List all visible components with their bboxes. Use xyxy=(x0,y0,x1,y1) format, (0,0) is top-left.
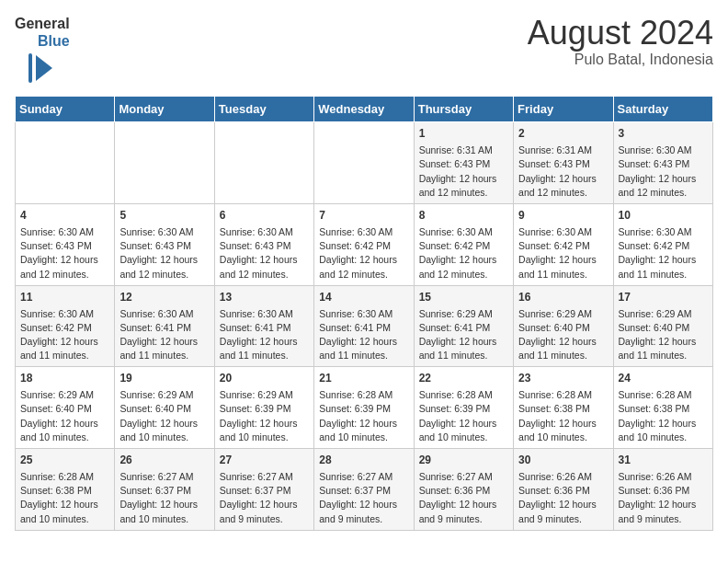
calendar-cell: 18Sunrise: 6:29 AM Sunset: 6:40 PM Dayli… xyxy=(16,367,115,449)
day-number: 17 xyxy=(619,290,708,305)
calendar-cell: 9Sunrise: 6:30 AM Sunset: 6:42 PM Daylig… xyxy=(514,204,613,286)
calendar-cell: 25Sunrise: 6:28 AM Sunset: 6:38 PM Dayli… xyxy=(16,449,115,531)
day-details: Sunrise: 6:31 AM Sunset: 6:43 PM Dayligh… xyxy=(518,144,608,200)
day-number: 16 xyxy=(518,290,608,305)
calendar-day-header: Thursday xyxy=(414,97,513,122)
day-details: Sunrise: 6:30 AM Sunset: 6:43 PM Dayligh… xyxy=(119,225,209,282)
day-number: 26 xyxy=(119,453,209,468)
day-number: 5 xyxy=(119,208,209,224)
day-details: Sunrise: 6:28 AM Sunset: 6:39 PM Dayligh… xyxy=(319,388,408,444)
calendar-cell: 22Sunrise: 6:28 AM Sunset: 6:39 PM Dayli… xyxy=(414,367,513,449)
calendar-week-row: 1Sunrise: 6:31 AM Sunset: 6:43 PM Daylig… xyxy=(16,122,713,204)
day-number: 4 xyxy=(20,208,109,224)
day-details: Sunrise: 6:30 AM Sunset: 6:42 PM Dayligh… xyxy=(20,307,109,363)
day-number: 19 xyxy=(119,371,209,386)
calendar-day-header: Friday xyxy=(514,97,613,122)
title-area: August 2024 Pulo Batal, Indonesia xyxy=(528,15,713,68)
day-number: 22 xyxy=(419,371,508,386)
day-number: 2 xyxy=(518,126,608,142)
day-details: Sunrise: 6:28 AM Sunset: 6:38 PM Dayligh… xyxy=(619,388,708,444)
day-number: 21 xyxy=(319,371,408,386)
day-number: 3 xyxy=(619,126,708,142)
calendar-cell xyxy=(214,122,313,204)
calendar-day-header: Sunday xyxy=(16,97,115,122)
day-details: Sunrise: 6:29 AM Sunset: 6:41 PM Dayligh… xyxy=(419,307,508,363)
day-details: Sunrise: 6:27 AM Sunset: 6:37 PM Dayligh… xyxy=(220,470,309,526)
day-details: Sunrise: 6:28 AM Sunset: 6:39 PM Dayligh… xyxy=(419,388,508,444)
calendar-cell xyxy=(314,122,414,204)
day-number: 23 xyxy=(518,371,608,386)
day-details: Sunrise: 6:30 AM Sunset: 6:42 PM Dayligh… xyxy=(518,225,608,282)
day-details: Sunrise: 6:31 AM Sunset: 6:43 PM Dayligh… xyxy=(419,144,508,200)
day-details: Sunrise: 6:28 AM Sunset: 6:38 PM Dayligh… xyxy=(518,388,608,444)
calendar-day-header: Saturday xyxy=(613,97,712,122)
calendar-cell: 1Sunrise: 6:31 AM Sunset: 6:43 PM Daylig… xyxy=(414,122,513,204)
day-details: Sunrise: 6:29 AM Sunset: 6:40 PM Dayligh… xyxy=(119,388,209,444)
day-details: Sunrise: 6:30 AM Sunset: 6:41 PM Dayligh… xyxy=(220,307,309,363)
day-details: Sunrise: 6:30 AM Sunset: 6:43 PM Dayligh… xyxy=(20,225,109,282)
day-number: 15 xyxy=(419,290,508,305)
day-number: 28 xyxy=(319,453,408,468)
calendar-cell: 7Sunrise: 6:30 AM Sunset: 6:42 PM Daylig… xyxy=(314,204,414,286)
day-number: 18 xyxy=(20,371,109,386)
day-number: 7 xyxy=(319,208,408,224)
day-details: Sunrise: 6:28 AM Sunset: 6:38 PM Dayligh… xyxy=(20,470,109,526)
calendar-day-header: Monday xyxy=(115,97,214,122)
day-number: 1 xyxy=(419,126,508,142)
calendar-cell: 29Sunrise: 6:27 AM Sunset: 6:36 PM Dayli… xyxy=(414,449,513,531)
calendar-cell: 16Sunrise: 6:29 AM Sunset: 6:40 PM Dayli… xyxy=(514,285,613,367)
logo-blue: Blue xyxy=(38,32,70,50)
day-details: Sunrise: 6:30 AM Sunset: 6:41 PM Dayligh… xyxy=(119,307,209,363)
calendar-cell xyxy=(16,122,115,204)
calendar-cell: 21Sunrise: 6:28 AM Sunset: 6:39 PM Dayli… xyxy=(314,367,414,449)
calendar-cell: 26Sunrise: 6:27 AM Sunset: 6:37 PM Dayli… xyxy=(115,449,214,531)
subtitle: Pulo Batal, Indonesia xyxy=(528,52,713,68)
day-number: 24 xyxy=(619,371,708,386)
calendar-cell xyxy=(115,122,214,204)
calendar-cell: 19Sunrise: 6:29 AM Sunset: 6:40 PM Dayli… xyxy=(115,367,214,449)
day-number: 13 xyxy=(220,290,309,305)
calendar-table: SundayMondayTuesdayWednesdayThursdayFrid… xyxy=(15,96,713,530)
calendar-week-row: 11Sunrise: 6:30 AM Sunset: 6:42 PM Dayli… xyxy=(16,285,713,367)
calendar-day-header: Tuesday xyxy=(214,97,313,122)
day-details: Sunrise: 6:26 AM Sunset: 6:36 PM Dayligh… xyxy=(619,470,708,526)
calendar-week-row: 25Sunrise: 6:28 AM Sunset: 6:38 PM Dayli… xyxy=(16,449,713,531)
logo-container: General Blue xyxy=(15,15,70,85)
calendar-cell: 8Sunrise: 6:30 AM Sunset: 6:42 PM Daylig… xyxy=(414,204,513,286)
logo: General Blue xyxy=(15,15,70,85)
logo-general: General xyxy=(15,15,70,32)
calendar-cell: 15Sunrise: 6:29 AM Sunset: 6:41 PM Dayli… xyxy=(414,285,513,367)
day-details: Sunrise: 6:30 AM Sunset: 6:42 PM Dayligh… xyxy=(619,225,708,282)
calendar-cell: 14Sunrise: 6:30 AM Sunset: 6:41 PM Dayli… xyxy=(314,285,414,367)
calendar-week-row: 4Sunrise: 6:30 AM Sunset: 6:43 PM Daylig… xyxy=(16,204,713,286)
day-details: Sunrise: 6:26 AM Sunset: 6:36 PM Dayligh… xyxy=(518,470,608,526)
calendar-cell: 27Sunrise: 6:27 AM Sunset: 6:37 PM Dayli… xyxy=(214,449,313,531)
day-details: Sunrise: 6:29 AM Sunset: 6:40 PM Dayligh… xyxy=(619,307,708,363)
day-details: Sunrise: 6:27 AM Sunset: 6:37 PM Dayligh… xyxy=(119,470,209,526)
day-details: Sunrise: 6:30 AM Sunset: 6:43 PM Dayligh… xyxy=(220,225,309,282)
calendar-cell: 24Sunrise: 6:28 AM Sunset: 6:38 PM Dayli… xyxy=(613,367,712,449)
calendar-cell: 17Sunrise: 6:29 AM Sunset: 6:40 PM Dayli… xyxy=(613,285,712,367)
day-details: Sunrise: 6:30 AM Sunset: 6:43 PM Dayligh… xyxy=(619,144,708,200)
day-number: 20 xyxy=(220,371,309,386)
calendar-week-row: 18Sunrise: 6:29 AM Sunset: 6:40 PM Dayli… xyxy=(16,367,713,449)
calendar-cell: 5Sunrise: 6:30 AM Sunset: 6:43 PM Daylig… xyxy=(115,204,214,286)
calendar-header-row: SundayMondayTuesdayWednesdayThursdayFrid… xyxy=(16,97,713,122)
day-number: 8 xyxy=(419,208,508,224)
calendar-cell: 4Sunrise: 6:30 AM Sunset: 6:43 PM Daylig… xyxy=(16,204,115,286)
day-number: 6 xyxy=(220,208,309,224)
day-number: 27 xyxy=(220,453,309,468)
day-details: Sunrise: 6:29 AM Sunset: 6:40 PM Dayligh… xyxy=(20,388,109,444)
day-details: Sunrise: 6:30 AM Sunset: 6:41 PM Dayligh… xyxy=(319,307,408,363)
day-number: 10 xyxy=(619,208,708,224)
calendar-cell: 23Sunrise: 6:28 AM Sunset: 6:38 PM Dayli… xyxy=(514,367,613,449)
day-details: Sunrise: 6:29 AM Sunset: 6:40 PM Dayligh… xyxy=(518,307,608,363)
calendar-cell: 28Sunrise: 6:27 AM Sunset: 6:37 PM Dayli… xyxy=(314,449,414,531)
day-details: Sunrise: 6:27 AM Sunset: 6:37 PM Dayligh… xyxy=(319,470,408,526)
day-details: Sunrise: 6:27 AM Sunset: 6:36 PM Dayligh… xyxy=(419,470,508,526)
day-number: 29 xyxy=(419,453,508,468)
calendar-cell: 3Sunrise: 6:30 AM Sunset: 6:43 PM Daylig… xyxy=(613,122,712,204)
day-number: 12 xyxy=(119,290,209,305)
calendar-cell: 20Sunrise: 6:29 AM Sunset: 6:39 PM Dayli… xyxy=(214,367,313,449)
day-details: Sunrise: 6:29 AM Sunset: 6:39 PM Dayligh… xyxy=(220,388,309,444)
